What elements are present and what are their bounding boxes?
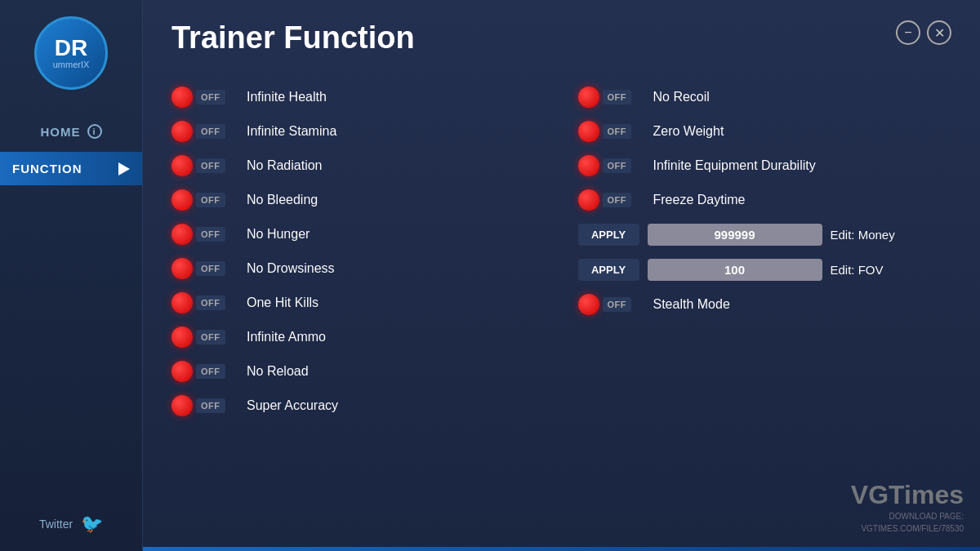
function-name-no-hunger: No Hunger — [247, 227, 310, 242]
vgtimes-download-line1: DOWNLOAD PAGE: — [851, 510, 964, 522]
toggle-state-super-accuracy: OFF — [196, 398, 225, 413]
toggle-zero-weight[interactable]: OFF — [578, 121, 644, 142]
twitter-section[interactable]: Twitter 🐦 — [39, 513, 103, 535]
toggle-infinite-stamina[interactable]: OFF — [172, 121, 237, 142]
toggle-circle-stealth-mode — [578, 294, 599, 315]
page-title: Trainer Function — [172, 20, 415, 56]
toggle-state-freeze-daytime: OFF — [603, 193, 632, 207]
toggle-circle-no-radiation — [172, 155, 193, 176]
toggle-state-no-recoil: OFF — [603, 90, 632, 104]
function-name-one-hit-kills: One Hit Kills — [247, 295, 318, 310]
function-name-no-radiation: No Radiation — [247, 158, 323, 173]
toggle-one-hit-kills[interactable]: OFF — [172, 292, 237, 313]
function-row-infinite-ammo: OFF Infinite Ammo — [172, 320, 546, 354]
apply-row-edit-fov: APPLY Edit: FOV — [578, 252, 952, 287]
toggle-infinite-ammo[interactable]: OFF — [172, 327, 237, 348]
toggle-circle-freeze-daytime — [578, 189, 599, 211]
function-name-infinite-ammo: Infinite Ammo — [247, 330, 326, 344]
toggle-state-stealth-mode: OFF — [603, 297, 632, 312]
value-input-edit-fov[interactable] — [648, 259, 822, 281]
function-name-freeze-daytime: Freeze Daytime — [653, 193, 746, 207]
window-controls: − ✕ — [896, 20, 951, 45]
function-row-one-hit-kills: OFF One Hit Kills — [172, 286, 546, 320]
toggle-circle-no-reload — [172, 361, 193, 382]
function-row-no-bleeding: OFF No Bleeding — [172, 183, 546, 217]
function-label: FUNCTION — [12, 162, 82, 176]
toggle-state-infinite-equipment-durability: OFF — [603, 158, 632, 173]
arrow-icon — [118, 162, 130, 176]
twitter-label: Twitter — [39, 518, 73, 531]
toggle-super-accuracy[interactable]: OFF — [172, 395, 237, 416]
toggle-circle-infinite-equipment-durability — [578, 155, 599, 176]
toggle-circle-infinite-stamina — [172, 121, 193, 142]
function-name-stealth-mode: Stealth Mode — [653, 297, 730, 312]
toggle-circle-infinite-health — [172, 87, 193, 108]
logo: DR ummerIX — [34, 16, 108, 90]
toggle-no-recoil[interactable]: OFF — [578, 87, 644, 108]
toggle-state-no-bleeding: OFF — [196, 193, 225, 207]
toggle-state-no-hunger: OFF — [196, 227, 225, 242]
title-bar: Trainer Function − ✕ — [172, 20, 951, 56]
toggle-freeze-daytime[interactable]: OFF — [578, 189, 644, 211]
functions-grid: OFF Infinite Health OFF Infinite Stamina… — [172, 80, 951, 423]
toggle-circle-one-hit-kills — [172, 292, 193, 313]
function-row-no-hunger: OFF No Hunger — [172, 217, 546, 251]
function-row-infinite-equipment-durability: OFF Infinite Equipment Durability — [578, 149, 952, 183]
toggle-state-infinite-stamina: OFF — [196, 124, 225, 139]
logo-sub: ummerIX — [53, 60, 90, 69]
toggle-state-infinite-health: OFF — [196, 90, 225, 104]
vgtimes-download-line2: VGTIMES.COM/FILE/78530 — [851, 522, 964, 535]
toggle-no-drowsiness[interactable]: OFF — [172, 258, 237, 279]
edit-label-edit-money: Edit: Money — [831, 228, 895, 242]
main-content: Trainer Function − ✕ OFF Infinite Health… — [143, 0, 980, 551]
toggle-circle-no-drowsiness — [172, 258, 193, 279]
toggle-circle-no-hunger — [172, 224, 193, 245]
function-row-freeze-daytime: OFF Freeze Daytime — [578, 183, 952, 217]
apply-button-edit-money[interactable]: APPLY — [578, 224, 639, 246]
minimize-button[interactable]: − — [896, 20, 920, 45]
vgtimes-logo: VGTimes — [851, 480, 964, 510]
info-icon[interactable]: i — [87, 124, 102, 139]
toggle-infinite-equipment-durability[interactable]: OFF — [578, 155, 644, 176]
function-name-no-drowsiness: No Drowsiness — [247, 261, 335, 276]
toggle-state-no-radiation: OFF — [196, 158, 225, 173]
toggle-circle-no-bleeding — [172, 189, 193, 211]
toggle-no-radiation[interactable]: OFF — [172, 155, 237, 176]
bottom-bar — [143, 547, 980, 551]
close-button[interactable]: ✕ — [927, 20, 951, 45]
toggle-state-one-hit-kills: OFF — [196, 295, 225, 310]
toggle-state-infinite-ammo: OFF — [196, 330, 225, 344]
sidebar-item-home[interactable]: HOME i — [0, 114, 142, 149]
function-row-no-reload: OFF No Reload — [172, 354, 546, 389]
twitter-icon: 🐦 — [81, 513, 103, 535]
function-name-no-reload: No Reload — [247, 364, 309, 379]
home-label: HOME — [41, 125, 81, 139]
edit-label-edit-fov: Edit: FOV — [831, 263, 884, 277]
function-name-super-accuracy: Super Accuracy — [247, 398, 338, 413]
function-row-infinite-health: OFF Infinite Health — [172, 80, 546, 114]
toggle-circle-infinite-ammo — [172, 327, 193, 348]
sidebar: DR ummerIX HOME i FUNCTION Twitter 🐦 — [0, 0, 143, 551]
toggle-no-hunger[interactable]: OFF — [172, 224, 237, 245]
apply-button-edit-fov[interactable]: APPLY — [578, 259, 639, 281]
toggle-infinite-health[interactable]: OFF — [172, 87, 237, 108]
vgtimes-watermark: VGTimes DOWNLOAD PAGE: VGTIMES.COM/FILE/… — [851, 480, 964, 535]
sidebar-item-function[interactable]: FUNCTION — [0, 152, 142, 185]
function-name-zero-weight: Zero Weight — [653, 124, 724, 139]
toggle-circle-super-accuracy — [172, 395, 193, 416]
right-column: OFF No Recoil OFF Zero Weight OFF Infini… — [578, 80, 952, 423]
toggle-no-reload[interactable]: OFF — [172, 361, 237, 382]
function-row-zero-weight: OFF Zero Weight — [578, 114, 952, 149]
function-row-no-recoil: OFF No Recoil — [578, 80, 952, 114]
toggle-circle-zero-weight — [578, 121, 599, 142]
function-row-stealth-mode: OFF Stealth Mode — [578, 287, 952, 322]
function-name-infinite-health: Infinite Health — [247, 90, 327, 104]
function-name-no-recoil: No Recoil — [653, 90, 710, 104]
left-column: OFF Infinite Health OFF Infinite Stamina… — [172, 80, 546, 423]
function-row-no-drowsiness: OFF No Drowsiness — [172, 251, 546, 286]
function-name-no-bleeding: No Bleeding — [247, 193, 318, 207]
toggle-no-bleeding[interactable]: OFF — [172, 189, 237, 211]
function-row-super-accuracy: OFF Super Accuracy — [172, 389, 546, 423]
toggle-stealth-mode[interactable]: OFF — [578, 294, 644, 315]
value-input-edit-money[interactable] — [648, 224, 822, 246]
